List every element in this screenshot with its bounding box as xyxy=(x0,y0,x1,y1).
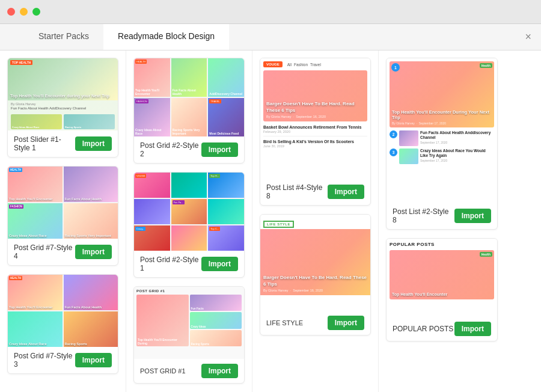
block-title-extra: POST GRID #1 xyxy=(140,367,186,375)
preview-post-grid-2-1: VOUGE Top H... Fun Fa... Crazy... xyxy=(134,173,244,251)
block-footer-popular: POPULAR POSTS Import xyxy=(387,317,497,341)
import-button-list28[interactable]: Import xyxy=(454,209,491,223)
column-4: 1 Health Top Health You'll Encounter Dur… xyxy=(379,51,505,392)
block-post-list-4-8: VOUGE All Fashion Travel Barger Doesn't … xyxy=(260,58,371,206)
block-post-grid-7-3: HEALTH Top Health You'll Encounter Fun F… xyxy=(7,274,118,374)
preview-post-list-4-8: VOUGE All Fashion Travel Barger Doesn't … xyxy=(260,58,370,179)
block-post-slider-1: TOP HEALTH Top Health You'll Encounter d… xyxy=(7,58,118,158)
tab-starter-packs[interactable]: Starter Packs xyxy=(24,24,103,50)
block-title-grid73: Post Grid #7-Style 3 xyxy=(14,352,75,369)
block-footer-list28: Post List #2-Style 8 Import xyxy=(387,203,497,229)
preview-popular-posts: POPULAR POSTS Health Top Health You'll E… xyxy=(387,239,497,317)
block-footer-lifestyle: LIFE STYLE Import xyxy=(260,311,370,335)
column-2: HEALTH Top Health You'll Encounter Fun F… xyxy=(126,51,252,392)
block-post-grid-2-1: VOUGE Top H... Fun Fa... Crazy... xyxy=(133,172,245,278)
tab-readymade-block[interactable]: Readymade Block Design xyxy=(103,24,229,50)
block-footer-grid21: Post Grid #2-Style 1 Import xyxy=(134,251,244,277)
block-footer-grid74: Post Grid #7-Style 4 Import xyxy=(8,239,118,265)
block-title-grid21: Post Grid #2-Style 1 xyxy=(140,256,201,272)
import-button-extra[interactable]: Import xyxy=(201,364,238,378)
title-bar xyxy=(0,0,541,24)
import-button-grid73[interactable]: Import xyxy=(75,353,112,367)
preview-post-slider-1: TOP HEALTH Top Health You'll Encounter d… xyxy=(8,58,118,130)
preview-lifestyle: LIFE STYLE Barger Doesn't Have To Be Har… xyxy=(260,215,370,311)
block-footer-list48: Post List #4-Style 8 Import xyxy=(260,179,370,205)
block-title-slider1: Post Slider #1-Style 1 xyxy=(14,135,75,152)
block-footer-extra: POST GRID #1 Import xyxy=(134,359,244,383)
import-button-slider1[interactable]: Import xyxy=(75,136,112,151)
block-post-grid-2-2: HEALTH Top Health You'll Encounter Fun F… xyxy=(133,58,245,164)
block-title-list48: Post List #4-Style 8 xyxy=(266,183,328,200)
import-button-list48[interactable]: Import xyxy=(328,185,364,199)
block-title-grid22: Post Grid #2-Style 2 xyxy=(140,141,201,158)
preview-post-grid-extra: POST GRID #1 Top Health You'll Encounter… xyxy=(134,287,244,359)
preview-post-grid-7-4: HEALTH Top Health You'll Encounter Fun F… xyxy=(8,167,118,239)
block-lifestyle: LIFE STYLE Barger Doesn't Have To Be Har… xyxy=(260,214,371,335)
main-content: TOP HEALTH Top Health You'll Encounter d… xyxy=(0,51,541,392)
import-button-grid21[interactable]: Import xyxy=(201,257,238,271)
import-button-popular[interactable]: Import xyxy=(454,322,491,336)
import-button-grid22[interactable]: Import xyxy=(201,142,238,157)
block-post-grid-7-4: HEALTH Top Health You'll Encounter Fun F… xyxy=(7,166,118,266)
close-button[interactable]: × xyxy=(525,24,531,50)
block-title-list28: Post List #2-Style 8 xyxy=(393,207,454,224)
block-post-list-2-8: 1 Health Top Health You'll Encounter Dur… xyxy=(386,58,498,230)
block-popular-posts: POPULAR POSTS Health Top Health You'll E… xyxy=(386,238,498,341)
preview-post-list-2-8: 1 Health Top Health You'll Encounter Dur… xyxy=(387,58,497,203)
tab-bar: Starter Packs Readymade Block Design × xyxy=(0,24,541,51)
column-1: TOP HEALTH Top Health You'll Encounter d… xyxy=(0,51,126,392)
import-button-grid74[interactable]: Import xyxy=(75,245,112,259)
block-title-lifestyle: LIFE STYLE xyxy=(266,319,303,326)
preview-post-grid-7-3: HEALTH Top Health You'll Encounter Fun F… xyxy=(8,275,118,347)
block-title-popular: POPULAR POSTS xyxy=(393,325,453,333)
column-3: VOUGE All Fashion Travel Barger Doesn't … xyxy=(252,51,379,392)
block-footer-grid73: Post Grid #7-Style 3 Import xyxy=(8,347,118,373)
block-footer-slider1: Post Slider #1-Style 1 Import xyxy=(8,130,118,157)
block-title-grid74: Post Grid #7-Style 4 xyxy=(14,243,75,260)
traffic-light-green[interactable] xyxy=(32,8,40,16)
block-footer-grid22: Post Grid #2-Style 2 Import xyxy=(134,136,244,163)
preview-post-grid-2-2: HEALTH Top Health You'll Encounter Fun F… xyxy=(134,58,244,136)
traffic-light-red[interactable] xyxy=(7,8,15,16)
traffic-light-yellow[interactable] xyxy=(20,8,28,16)
block-post-grid-extra: POST GRID #1 Top Health You'll Encounter… xyxy=(133,286,245,384)
import-button-lifestyle[interactable]: Import xyxy=(328,316,364,330)
